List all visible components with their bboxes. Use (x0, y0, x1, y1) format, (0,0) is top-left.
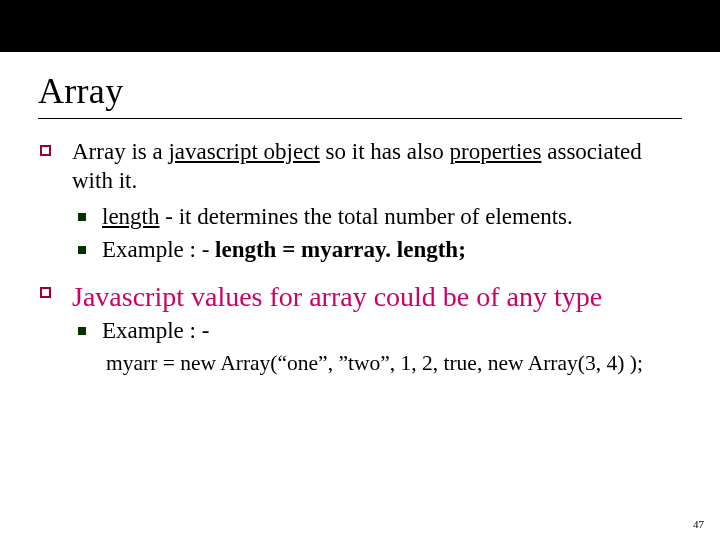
text-fragment: Array is a (72, 139, 168, 164)
page-number: 47 (693, 518, 704, 530)
bullet-list: Array is a javascript object so it has a… (38, 137, 682, 378)
bold-text: length = myarray. length; (215, 237, 466, 262)
text-fragment: - it determines the total number of elem… (160, 204, 573, 229)
code-example: myarr = new Array(“one”, ”two”, 1, 2, tr… (106, 349, 682, 378)
bullet-item-2: Javascript values for array could be of … (38, 279, 682, 378)
sub-bullet-item: Example : - (72, 316, 682, 345)
slide-content: Array Array is a javascript object so it… (0, 52, 720, 378)
text-fragment: Example : - (102, 318, 209, 343)
highlighted-text: Javascript values for array could be of … (72, 281, 602, 312)
sub-bullet-item: length - it determines the total number … (72, 202, 682, 231)
sub-bullet-list: length - it determines the total number … (72, 202, 682, 265)
title-underline (38, 118, 682, 119)
text-fragment: so it has also (320, 139, 450, 164)
decorative-top-bar (0, 0, 720, 52)
sub-bullet-list: Example : - (72, 316, 682, 345)
underline-text: javascript object (168, 139, 319, 164)
underline-text: properties (450, 139, 542, 164)
text-fragment: Example : - (102, 237, 215, 262)
underline-text: length (102, 204, 160, 229)
bullet-item-1: Array is a javascript object so it has a… (38, 137, 682, 265)
slide: Array Array is a javascript object so it… (0, 0, 720, 540)
slide-title: Array (38, 70, 682, 112)
sub-bullet-item: Example : - length = myarray. length; (72, 235, 682, 264)
